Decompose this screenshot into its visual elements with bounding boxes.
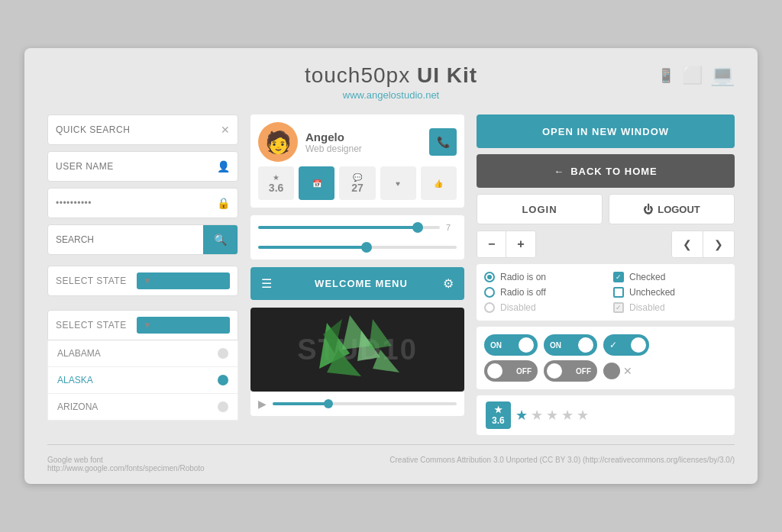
- star-2[interactable]: ★: [531, 407, 543, 424]
- star-5[interactable]: ★: [577, 407, 589, 424]
- dropdown-arrow-1[interactable]: ▼: [137, 272, 230, 289]
- select-state-label-2: SELECT STATE: [56, 320, 137, 330]
- footer-right: Creative Commons Attribution 3.0 Unporte…: [389, 456, 735, 472]
- radio-off-circle: [484, 287, 495, 298]
- media-box: STUD10: [250, 308, 464, 392]
- user-name-row[interactable]: 👤: [47, 151, 238, 182]
- middle-column: 🧑 Angelo Web designer 📞 ★ 3.6 📅: [250, 114, 464, 416]
- login-button[interactable]: LOGIN: [477, 194, 603, 224]
- x-icon: ✕: [623, 365, 632, 377]
- footer: Google web font http://www.google.com/fo…: [47, 456, 735, 472]
- checkbox-unchecked[interactable]: Unchecked: [613, 287, 727, 298]
- toggle-on-2[interactable]: ON: [544, 334, 597, 356]
- stat-btn-like[interactable]: 👍: [421, 166, 457, 200]
- toggle-off-row: OFF OFF ✕: [484, 360, 727, 382]
- next-button[interactable]: ❯: [703, 231, 734, 257]
- user-icon: 👤: [217, 160, 230, 172]
- stepper-group: − +: [477, 231, 536, 258]
- search-input[interactable]: [48, 234, 203, 245]
- star-rating-section: ★ 3.6 ★ ★ ★ ★ ★: [477, 395, 735, 435]
- search-row[interactable]: 🔍: [47, 224, 238, 255]
- gear-icon[interactable]: ⚙: [443, 276, 454, 291]
- radio-on-label: Radio is on: [500, 272, 546, 282]
- stat-val-star: 3.6: [269, 182, 283, 194]
- font-link[interactable]: http://www.google.com/fonts/specimen/Rob…: [47, 464, 205, 472]
- list-item-label: ALABAMA: [57, 348, 101, 359]
- clear-icon[interactable]: ✕: [221, 124, 230, 136]
- password-input[interactable]: [56, 198, 217, 208]
- search-button[interactable]: 🔍: [203, 225, 238, 254]
- slider1[interactable]: [258, 226, 440, 229]
- quick-search-row[interactable]: ✕: [47, 114, 238, 145]
- heart-icon-stat: ♥: [396, 179, 400, 188]
- calendar-icon-stat: 📅: [312, 179, 322, 188]
- play-button[interactable]: ▶: [258, 398, 267, 410]
- checkbox-disabled-label: Disabled: [629, 302, 665, 313]
- toggle-on-label-1: ON: [490, 341, 502, 350]
- back-home-button[interactable]: ← BACK TO HOME: [477, 154, 735, 188]
- toggle-off-3-dot[interactable]: [603, 363, 620, 379]
- welcome-menu-bar[interactable]: ☰ WELCOME MENU ⚙: [250, 267, 464, 300]
- chat-icon-stat: 💬: [353, 173, 362, 182]
- stat-btn-star[interactable]: ★ 3.6: [258, 166, 294, 200]
- toggle-off-1[interactable]: OFF: [484, 360, 538, 382]
- toggle-on-label-2: ON: [550, 341, 561, 350]
- title-bold: UI Kit: [417, 63, 477, 87]
- auth-buttons: LOGIN ⏻ LOGOUT: [477, 194, 735, 224]
- checkbox-disabled: ✓ Disabled: [613, 302, 727, 313]
- stat-btn-chat[interactable]: 💬 27: [339, 166, 375, 200]
- toggle-knob-1: [519, 337, 534, 353]
- stat-btn-calendar[interactable]: 📅: [299, 166, 334, 200]
- list-item-active[interactable]: ALASKA: [47, 367, 238, 394]
- user-name-input[interactable]: [56, 161, 217, 172]
- logout-button[interactable]: ⏻ LOGOUT: [609, 194, 735, 224]
- star-badge-value: 3.6: [492, 415, 505, 426]
- list-item-label-active: ALASKA: [57, 375, 93, 385]
- profile-info: Angelo Web designer: [305, 131, 422, 154]
- toggle-knob-3: [631, 337, 646, 353]
- slider2[interactable]: [258, 246, 457, 249]
- checkbox-checked-sq: ✓: [613, 272, 624, 282]
- like-icon-stat: 👍: [434, 179, 443, 188]
- progress-bar[interactable]: [273, 402, 457, 405]
- select-state-label-1: SELECT STATE: [56, 276, 137, 286]
- radio-on[interactable]: Radio is on: [484, 272, 598, 282]
- power-icon: ⏻: [643, 204, 653, 215]
- radio-off[interactable]: Radio is off: [484, 287, 598, 298]
- prev-button[interactable]: ❮: [672, 231, 703, 257]
- star-badge-icon: ★: [492, 405, 505, 415]
- hamburger-icon: ☰: [261, 276, 272, 291]
- check-icon: ✓: [616, 273, 622, 281]
- select-state-2[interactable]: SELECT STATE ▼: [47, 310, 238, 340]
- increment-button[interactable]: +: [506, 231, 535, 257]
- select-state-1[interactable]: SELECT STATE ▼: [47, 266, 238, 296]
- list-item-active-indicator: [218, 375, 228, 385]
- profile-role: Web designer: [305, 143, 422, 154]
- avatar-image: 🧑: [258, 122, 298, 162]
- list-item[interactable]: ALABAMA: [47, 340, 238, 367]
- laptop-icon: 💻: [710, 63, 735, 87]
- radio-check-card: Radio is on Radio is off Disabled: [477, 264, 735, 321]
- stat-btn-heart[interactable]: ♥: [380, 166, 416, 200]
- quick-search-input[interactable]: [56, 124, 221, 135]
- toggle-off-knob-1: [487, 363, 502, 379]
- checkbox-checked[interactable]: ✓ Checked: [613, 272, 727, 282]
- check-disabled-icon: ✓: [616, 304, 622, 311]
- star-1[interactable]: ★: [515, 407, 528, 424]
- star-4[interactable]: ★: [561, 407, 574, 424]
- decrement-button[interactable]: −: [477, 231, 506, 257]
- open-new-window-button[interactable]: OPEN IN NEW WINDOW: [477, 114, 735, 148]
- radio-off-label: Radio is off: [500, 287, 546, 298]
- toggle-off-knob-2: [547, 363, 562, 379]
- password-row[interactable]: 🔒: [47, 188, 238, 218]
- star-3[interactable]: ★: [546, 407, 558, 424]
- slider-card: 7: [250, 215, 464, 260]
- list-item-3[interactable]: ARIZONA: [47, 394, 238, 421]
- toggle-on-1[interactable]: ON: [484, 334, 538, 356]
- phone-button[interactable]: 📞: [429, 128, 457, 156]
- toggle-on-3[interactable]: ✓: [603, 334, 649, 356]
- nav-group: ❮ ❯: [671, 231, 735, 258]
- toggle-off-2[interactable]: OFF: [544, 360, 597, 382]
- media-controls: ▶: [250, 392, 464, 416]
- dropdown-arrow-2[interactable]: ▼: [137, 317, 230, 334]
